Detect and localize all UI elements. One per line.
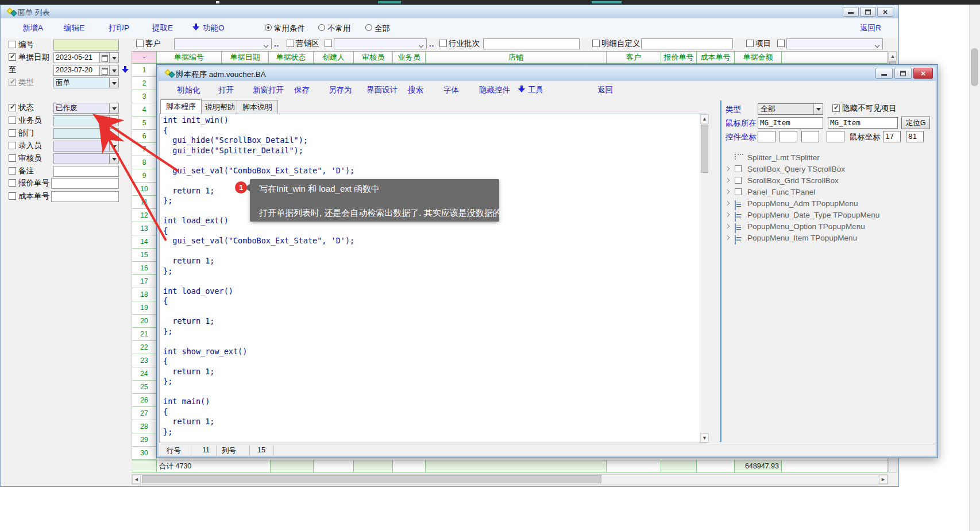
grid-h-thumb[interactable]	[142, 475, 601, 483]
column-header-3[interactable]: 单据状态	[269, 51, 314, 64]
dropdown-icon[interactable]	[109, 103, 118, 113]
marketing-area-checkbox[interactable]	[287, 40, 294, 47]
dropdown-icon[interactable]	[813, 104, 823, 114]
save-as-button[interactable]: 另存为	[329, 85, 352, 95]
project-checkbox[interactable]	[746, 40, 754, 47]
filter-auditor-checkbox[interactable]	[9, 154, 16, 162]
column-header-7[interactable]: 店铺	[426, 51, 607, 64]
filter-cost-no-input[interactable]	[51, 191, 119, 202]
scroll-right-icon[interactable]: ►	[879, 475, 888, 484]
minimize-button[interactable]	[843, 7, 859, 17]
column-header-2[interactable]: 单据日期	[222, 51, 269, 64]
filter-combobox-2[interactable]	[334, 38, 427, 49]
filter-department-checkbox[interactable]	[9, 129, 16, 137]
radio-all[interactable]	[365, 24, 372, 31]
edit-button[interactable]: 编辑E	[64, 23, 84, 33]
chevron-right-icon[interactable]	[725, 235, 730, 240]
hide-controls-button[interactable]: 隐藏控件	[479, 85, 510, 95]
filter-salesman-checkbox[interactable]	[9, 117, 16, 124]
filter-remark-checkbox[interactable]	[9, 167, 16, 175]
date-dropdown-icon[interactable]	[109, 53, 118, 63]
filter-department-input[interactable]	[53, 128, 119, 139]
code-editor[interactable]: int init_win() { gui_hide("ScrollBox_Det…	[159, 114, 707, 443]
scroll-up-icon[interactable]: ▲	[700, 114, 709, 123]
filter-date-from-input[interactable]: 2023-05-21	[53, 52, 119, 63]
mouse-x-input[interactable]: 17	[883, 131, 901, 142]
combo2-checkbox[interactable]	[325, 40, 332, 47]
tab-script[interactable]: 脚本程序	[160, 99, 202, 114]
tree-item-panel_func[interactable]: Panel_Func TPanel	[723, 187, 936, 198]
filter-quote-no-input[interactable]	[51, 178, 119, 189]
tree-item-scrollbox_query[interactable]: ScrollBox_Query TScrollBox	[723, 164, 936, 175]
filter-cost-no-checkbox[interactable]	[9, 192, 16, 200]
filter-number-input[interactable]	[53, 40, 119, 51]
grid-horizontal-scrollbar[interactable]: ◄ ►	[132, 474, 888, 485]
print-button[interactable]: 打印P	[109, 23, 129, 33]
column-header-5[interactable]: 审核员	[354, 51, 393, 64]
chevron-right-icon[interactable]	[725, 178, 730, 183]
column-header-9[interactable]: 报价单号	[661, 51, 697, 64]
detail-custom-input[interactable]	[641, 38, 733, 49]
filter-entry-clerk-select[interactable]	[53, 141, 119, 152]
radio-uncommon-label[interactable]: 不常用	[327, 24, 351, 34]
open-button[interactable]: 打开	[218, 85, 234, 95]
control-coord-input-4[interactable]	[827, 131, 844, 142]
dropdown-icon[interactable]	[109, 116, 118, 126]
filter-date-checkbox[interactable]	[9, 53, 16, 61]
script-restore-button[interactable]	[894, 68, 912, 79]
column-header-8[interactable]: 客户	[607, 51, 661, 64]
combo3-checkbox[interactable]	[777, 40, 785, 47]
industry-batch-input[interactable]	[483, 38, 580, 49]
filter-combobox-3[interactable]	[786, 38, 883, 49]
tab-script-notes[interactable]: 脚本说明	[237, 100, 278, 114]
tree-item-popupmenu_item[interactable]: PopupMenu_Item TPopupMenu	[723, 232, 936, 244]
filter-salesman-select[interactable]	[53, 115, 119, 126]
filter-remark-input[interactable]	[53, 166, 119, 177]
hide-invisible-checkbox[interactable]	[832, 104, 840, 112]
date-dropdown-icon[interactable]	[109, 65, 118, 75]
column-header-gutter[interactable]: -	[132, 51, 157, 64]
back-button[interactable]: 返回R	[860, 23, 881, 33]
column-header-6[interactable]: 业务员	[393, 51, 426, 64]
code-text[interactable]: int init_win() { gui_hide("ScrollBox_Det…	[163, 115, 354, 437]
chevron-right-icon[interactable]	[725, 224, 730, 228]
column-header-12[interactable]	[782, 51, 888, 64]
search-button[interactable]: 搜索	[408, 85, 423, 95]
open-new-window-button[interactable]: 新窗打开	[253, 85, 284, 95]
calendar-icon[interactable]	[99, 53, 109, 63]
func-menu-button[interactable]: 功能O	[203, 23, 225, 33]
tree-item-splitter_lmt[interactable]: Splitter_Lmt TSplitter	[723, 152, 936, 164]
radio-uncommon[interactable]	[318, 24, 325, 31]
editor-vertical-scrollbar[interactable]: ▲ ▼	[700, 114, 709, 443]
filter-state-checkbox[interactable]	[9, 104, 16, 111]
filter-entry-clerk-checkbox[interactable]	[9, 142, 16, 149]
inspector-type-select[interactable]: 全部	[758, 103, 823, 115]
chevron-right-icon[interactable]	[725, 166, 730, 171]
radio-common-conditions[interactable]	[265, 24, 272, 31]
radio-all-label[interactable]: 全部	[375, 24, 390, 34]
editor-v-thumb[interactable]	[701, 125, 708, 173]
scroll-up-icon[interactable]: ▲	[889, 52, 897, 60]
filter-state-select[interactable]: 已作废	[53, 103, 119, 114]
filter-date-to-input[interactable]: 2023-07-20	[53, 65, 119, 76]
column-header-11[interactable]: 单据金额	[735, 51, 782, 64]
tree-item-scrollbox_grid[interactable]: ScrollBox_Grid TScrollBox	[723, 175, 936, 187]
chevron-right-icon[interactable]	[725, 201, 730, 206]
control-coord-input-1[interactable]	[758, 131, 775, 142]
maximize-button[interactable]	[860, 7, 876, 17]
scroll-left-icon[interactable]: ◄	[132, 475, 141, 484]
column-header-1[interactable]: 单据编号	[157, 51, 222, 64]
script-back-button[interactable]: 返回	[597, 85, 613, 95]
dropdown-icon[interactable]	[109, 78, 118, 88]
customer-combobox[interactable]	[174, 38, 272, 49]
mouse-y-input[interactable]: 81	[906, 131, 924, 142]
script-close-button[interactable]: ✕	[913, 68, 933, 79]
customer-checkbox[interactable]	[136, 40, 144, 47]
tree-item-popupmenu_option[interactable]: PopupMenu_Option TPopupMenu	[723, 221, 936, 232]
combo2-more-button[interactable]: ..	[429, 40, 434, 48]
ui-design-button[interactable]: 界面设计	[366, 85, 398, 95]
chevron-right-icon[interactable]	[725, 189, 730, 194]
main-title-bar[interactable]: 面单 列表 ✕	[1, 5, 898, 18]
filter-auditor-select[interactable]	[53, 153, 119, 164]
filter-type-select[interactable]: 面单	[53, 77, 119, 88]
